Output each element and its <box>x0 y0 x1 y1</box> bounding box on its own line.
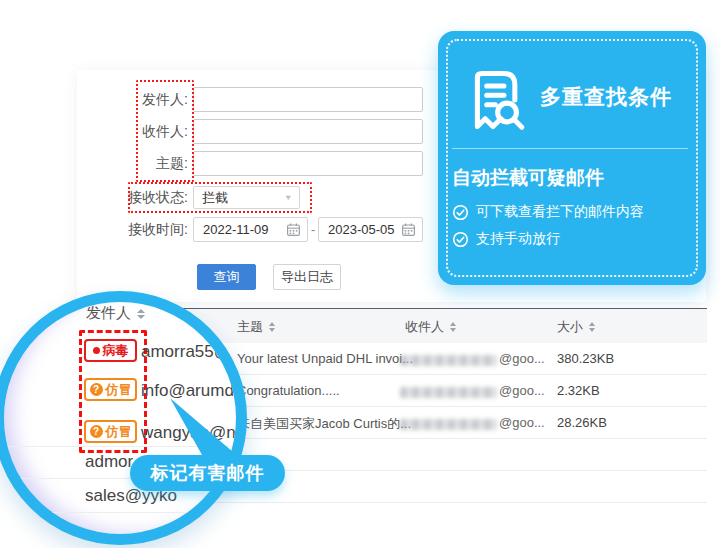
date-to-field[interactable]: 2023-05-05 <box>318 217 423 242</box>
date-from-field[interactable]: 2022-11-09 <box>193 217 308 242</box>
query-button[interactable]: 查询 <box>197 264 256 290</box>
sort-icon <box>450 322 456 332</box>
date-to-value: 2023-05-05 <box>328 222 395 237</box>
harmful-mail-callout: 标记有害邮件 <box>130 455 285 491</box>
subject-input[interactable] <box>193 151 423 176</box>
receive-status-select[interactable]: 拦截 ▾ <box>193 186 300 209</box>
receipt-search-icon <box>454 61 532 139</box>
cell-subject: Your latest Unpaid DHL invoi... <box>237 351 413 366</box>
sender-email: admor <box>85 452 133 472</box>
column-header-sender[interactable]: 发件人 <box>86 304 145 323</box>
export-log-button[interactable]: 导出日志 <box>273 264 341 290</box>
calendar-icon <box>286 222 301 237</box>
sort-icon <box>137 309 145 319</box>
calendar-icon <box>401 222 416 237</box>
check-circle-icon <box>452 231 469 248</box>
status-field-label: 接收状态: <box>100 186 188 209</box>
recipient-field-label: 收件人: <box>100 119 188 144</box>
column-header-size[interactable]: 大小 <box>557 318 595 336</box>
subject-field-label: 主题: <box>100 151 188 176</box>
cell-recipient-suffix: @goo... <box>499 351 545 366</box>
cell-recipient-suffix: @goo... <box>499 383 545 398</box>
dot-icon <box>93 347 100 354</box>
column-header-subject[interactable]: 主题 <box>237 318 275 336</box>
cell-recipient-redacted <box>400 355 497 366</box>
feature-bullet: 支持手动放行 <box>452 230 560 248</box>
feature-bullet: 可下载查看拦下的邮件内容 <box>452 203 644 221</box>
info-card-subtitle: 自动拦截可疑邮件 <box>452 165 604 191</box>
cell-size: 28.26KB <box>557 415 607 430</box>
date-from-value: 2022-11-09 <box>203 222 269 237</box>
divider <box>452 148 688 149</box>
sort-icon <box>589 322 595 332</box>
recipient-input[interactable] <box>193 119 423 144</box>
mail-intercept-log-screen: 发件人: 收件人: 主题: 接收状态: 拦截 ▾ 接收时间: 2022-11-0… <box>0 0 720 548</box>
sender-field-label: 发件人: <box>100 87 188 112</box>
phishing-badge: ? 仿冒 <box>84 420 137 443</box>
sender-input[interactable] <box>193 87 423 112</box>
question-icon: ? <box>90 425 103 438</box>
virus-badge: 病毒 <box>84 339 137 362</box>
cell-recipient-redacted <box>400 387 497 398</box>
chevron-down-icon: ▾ <box>285 193 291 203</box>
cell-recipient-suffix: @goo... <box>499 415 545 430</box>
info-card-title: 多重查找条件 <box>540 83 672 111</box>
cell-size: 2.32KB <box>557 383 600 398</box>
time-field-label: 接收时间: <box>100 217 188 242</box>
column-header-recipient[interactable]: 收件人 <box>405 318 456 336</box>
cell-size: 380.23KB <box>557 351 614 366</box>
check-circle-icon <box>452 204 469 221</box>
feature-info-card: 多重查找条件 自动拦截可疑邮件 可下载查看拦下的邮件内容 支持手动放行 <box>438 31 706 285</box>
sort-icon <box>269 322 275 332</box>
phishing-badge: ? 仿冒 <box>84 378 137 401</box>
cell-recipient-redacted <box>400 419 497 430</box>
date-range-separator: - <box>311 217 315 242</box>
question-icon: ? <box>90 383 103 396</box>
receive-status-value: 拦截 <box>202 189 228 207</box>
